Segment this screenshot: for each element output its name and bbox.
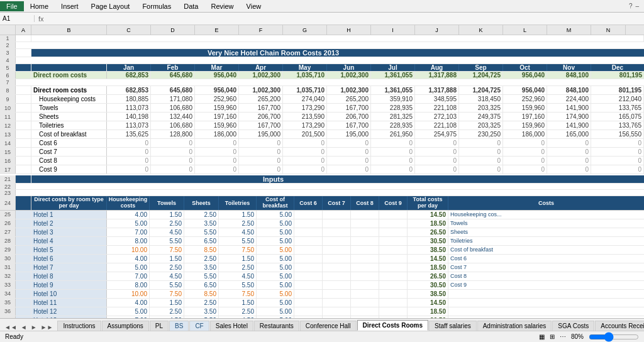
tab-staff-salaries[interactable]: Staff salaries xyxy=(429,321,477,331)
col-n: N xyxy=(591,25,626,35)
hotel-row-7[interactable]: 31Hotel 75.002.503.502.505.0018.50Cost 7 xyxy=(0,263,644,272)
status-text: Ready xyxy=(5,333,23,340)
tab-bs[interactable]: BS xyxy=(169,321,189,331)
minimize-icon[interactable]: – xyxy=(635,3,639,9)
tab-conference-hall[interactable]: Conference Hall xyxy=(300,321,357,331)
tab-direct-costs-rooms[interactable]: Direct Costs Rooms xyxy=(357,320,429,331)
tab-nav-right[interactable]: ►► xyxy=(39,324,55,331)
row-22: 22 xyxy=(0,184,644,190)
spreadsheet-content: 1 2 3 Very Nice Hotel Chain Room Costs 2… xyxy=(0,35,644,318)
tab-cf[interactable]: CF xyxy=(189,321,209,331)
col-c: C xyxy=(107,25,151,35)
menu-bar[interactable]: File Home Insert Page Layout Formulas Da… xyxy=(0,0,644,13)
col-d: D xyxy=(151,25,195,35)
hotel-row-2[interactable]: 26Hotel 25.002.503.502.505.0018.50Towels xyxy=(0,219,644,228)
status-right: ▦ ⊞ ⋯ 80% xyxy=(539,333,639,341)
hotel-row-8[interactable]: 32Hotel 87.004.505.504.505.0026.50Cost 8 xyxy=(0,272,644,281)
view-break-icon[interactable]: ⋯ xyxy=(560,333,566,340)
row-4: 4 xyxy=(0,57,644,64)
col-i: I xyxy=(371,25,415,35)
tab-admin-salaries[interactable]: Administration salaries xyxy=(477,321,552,331)
tab-assumptions[interactable]: Assumptions xyxy=(102,321,149,331)
zoom-level: 80% xyxy=(571,333,584,340)
hotel-row-5[interactable]: 29Hotel 510.007.508.507.505.0038.50Cost … xyxy=(0,246,644,255)
status-bar: Ready ▦ ⊞ ⋯ 80% xyxy=(0,331,644,342)
hotel-data-rows: 25Hotel 14.001.502.501.505.0014.50Housek… xyxy=(0,211,644,318)
row-12: 12Toiletries113,073106,680159,960167,700… xyxy=(0,121,644,130)
menu-pagelayout[interactable]: Page Layout xyxy=(85,1,136,11)
tab-accounts-receivable[interactable]: Accounts Receiva... xyxy=(595,321,644,331)
hotel-row-3[interactable]: 27Hotel 37.004.505.504.505.0026.50Sheets xyxy=(0,228,644,237)
row-9: 9Housekeeping costs180,885171,080252,960… xyxy=(0,95,644,104)
tab-nav-prev[interactable]: ◄ xyxy=(19,324,29,331)
row-23: 23 xyxy=(0,190,644,196)
menu-view[interactable]: View xyxy=(240,1,268,11)
menu-insert[interactable]: Insert xyxy=(55,1,85,11)
row-14: 14Cost 6000000000000 xyxy=(0,139,644,148)
row-16: 16Cost 8000000000000 xyxy=(0,157,644,165)
hotel-row-9[interactable]: 33Hotel 98.005.506.505.505.0030.50Cost 9 xyxy=(0,281,644,290)
hotel-row-4[interactable]: 28Hotel 48.005.506.505.505.0030.50Toilet… xyxy=(0,237,644,246)
hotel-row-11[interactable]: 35Hotel 114.001.502.501.505.0014.50 xyxy=(0,299,644,307)
row-17: 17Cost 9000000000000 xyxy=(0,165,644,174)
col-b: B xyxy=(31,25,107,35)
formula-input[interactable] xyxy=(48,15,644,22)
row-10: 10Towels113,073106,680159,960167,700173,… xyxy=(0,104,644,113)
help-icon[interactable]: ? xyxy=(629,3,633,9)
main-title: Very Nice Hotel Chain Room Costs 2013 xyxy=(31,49,515,57)
menu-file[interactable]: File xyxy=(0,1,24,11)
hotel-row-6[interactable]: 30Hotel 64.001.502.501.505.0014.50Cost 6 xyxy=(0,255,644,263)
hotel-row-10[interactable]: 34Hotel 1010.007.508.507.505.0038.50 xyxy=(0,290,644,299)
col-j: J xyxy=(415,25,459,35)
row-5: 5 Jan Feb Mar Apr May Jun Jul Aug Sep Oc… xyxy=(0,64,644,72)
zoom-slider[interactable] xyxy=(589,333,639,341)
menu-formulas[interactable]: Formulas xyxy=(136,1,177,11)
tab-nav-left[interactable]: ◄◄ xyxy=(3,324,19,331)
view-normal-icon[interactable]: ▦ xyxy=(539,333,545,340)
row-6[interactable]: 6 Direct room costs 682,853 645,680 956,… xyxy=(0,72,644,79)
row-11: 11Sheets140,198132,440197,160206,700213,… xyxy=(0,113,644,121)
view-layout-icon[interactable]: ⊞ xyxy=(550,333,555,340)
inputs-title-row: 21 Inputs xyxy=(0,175,644,184)
row-1: 1 xyxy=(0,35,644,42)
row-8: 8Direct room costs682,853645,680956,0401… xyxy=(0,86,644,95)
tab-sales-hotel[interactable]: Sales Hotel xyxy=(210,321,253,331)
hotel-row-1[interactable]: 25Hotel 14.001.502.501.505.0014.50Housek… xyxy=(0,211,644,219)
hotel-row-12[interactable]: 36Hotel 125.002.503.502.505.0018.50 xyxy=(0,307,644,316)
row-7: 7 xyxy=(0,79,644,86)
col-m: M xyxy=(547,25,591,35)
col-h: H xyxy=(327,25,371,35)
menu-data[interactable]: Data xyxy=(177,1,204,11)
menu-home[interactable]: Home xyxy=(24,1,55,11)
row-2: 2 xyxy=(0,42,644,49)
column-headers: A B C D E F G H I J K L M N xyxy=(0,25,644,35)
tab-nav-next[interactable]: ► xyxy=(29,324,39,331)
inputs-table-header: 24 Direct costs by room type per day Hou… xyxy=(0,196,644,211)
inputs-title: Inputs xyxy=(31,175,515,183)
col-k: K xyxy=(459,25,503,35)
col-a: A xyxy=(16,25,31,35)
tab-instructions[interactable]: Instructions xyxy=(57,321,101,331)
fx-button[interactable]: fx xyxy=(35,15,48,23)
col-l: L xyxy=(503,25,547,35)
row-13: 13Cost of breakfast135,625128,800186,000… xyxy=(0,130,644,139)
col-g: G xyxy=(283,25,327,35)
cell-reference[interactable]: A1 xyxy=(0,15,35,22)
col-e: E xyxy=(195,25,239,35)
row-15: 15Cost 7000000000000 xyxy=(0,148,644,157)
tab-bar[interactable]: ◄◄ ◄ ► ►► Instructions Assumptions PL BS… xyxy=(0,318,644,331)
formula-bar: A1 fx xyxy=(0,13,644,25)
tab-restaurants[interactable]: Restaurants xyxy=(254,321,299,331)
col-f: F xyxy=(239,25,283,35)
menu-review[interactable]: Review xyxy=(204,1,240,11)
cost-data-rows: 8Direct room costs682,853645,680956,0401… xyxy=(0,86,644,174)
tab-sga-costs[interactable]: SGA Costs xyxy=(552,321,594,331)
tab-pl[interactable]: PL xyxy=(150,321,169,331)
row-3: 3 Very Nice Hotel Chain Room Costs 2013 xyxy=(0,49,644,57)
